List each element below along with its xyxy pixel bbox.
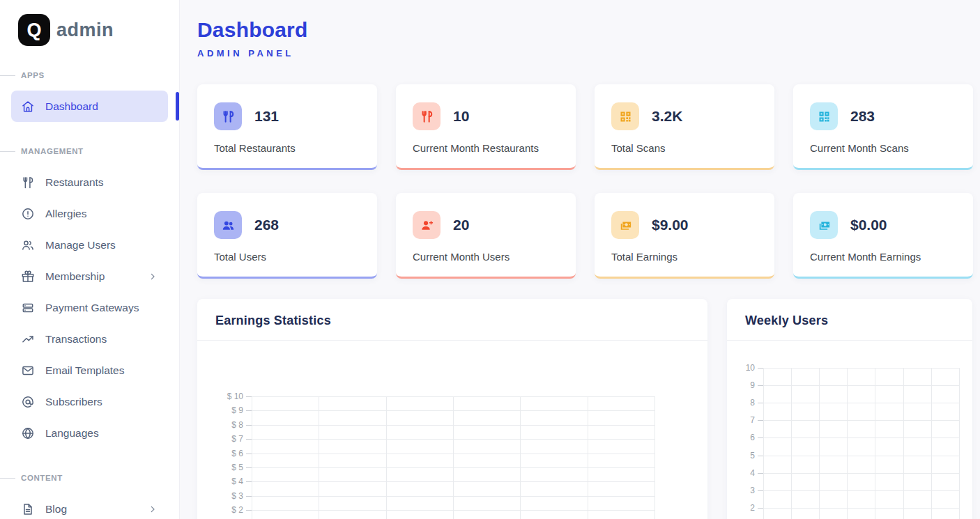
restaurant-icon: [21, 176, 35, 189]
y-axis-tick-mark: [758, 490, 763, 491]
qr-code-icon: [611, 102, 639, 130]
sidebar-item-dashboard[interactable]: Dashboard: [11, 91, 168, 122]
y-axis-tick-mark: [758, 368, 763, 369]
y-axis-tick-mark: [758, 473, 763, 474]
charts-row: Earnings Statistics $ 10$ 9$ 8$ 7$ 6$ 5$…: [197, 299, 973, 519]
stat-value: 131: [254, 108, 279, 125]
y-axis-tick-mark: [758, 403, 763, 403]
app-logo[interactable]: Q admin: [0, 0, 179, 46]
y-axis-tick-mark: [758, 420, 763, 421]
v-gridline: [654, 396, 655, 519]
y-axis-tick-mark: [246, 481, 252, 482]
y-axis-tick-mark: [758, 508, 763, 509]
stat-card-total-earnings: $9.00 Total Earnings: [595, 193, 774, 279]
chart-plot-area: [252, 396, 654, 519]
v-gridline: [386, 396, 387, 519]
sidebar-item-allergies[interactable]: Allergies: [11, 198, 168, 229]
stat-label: Total Users: [214, 251, 360, 263]
v-gridline: [959, 368, 960, 519]
h-gridline: [763, 473, 959, 474]
y-axis-tick-label: $ 4: [214, 476, 243, 487]
v-gridline: [319, 396, 319, 519]
sidebar-item-languages[interactable]: Languages: [11, 417, 168, 449]
cash-icon: [810, 211, 838, 239]
chevron-right-icon: [147, 271, 158, 282]
y-axis-tick-mark: [246, 439, 252, 440]
stat-label: Total Restaurants: [214, 142, 360, 154]
y-axis-tick-label: 7: [744, 415, 755, 426]
alert-circle-icon: [21, 207, 35, 221]
sidebar-item-label: Blog: [45, 503, 67, 516]
sidebar-item-label: Restaurants: [45, 176, 104, 189]
stat-card-total-scans: 3.2K Total Scans: [595, 84, 774, 170]
user-plus-icon: [413, 211, 441, 239]
y-axis-tick-mark: [246, 396, 252, 397]
sidebar-item-membership[interactable]: Membership: [11, 261, 168, 292]
brand-logo-icon: Q: [18, 14, 50, 46]
stat-label: Current Month Users: [413, 251, 559, 263]
sidebar-item-payment-gateways[interactable]: Payment Gateways: [11, 292, 168, 323]
panel-title: Earnings Statistics: [215, 313, 689, 328]
qr-code-icon: [810, 102, 838, 130]
stat-card-total-users: 268 Total Users: [197, 193, 377, 279]
sidebar-item-email-templates[interactable]: Email Templates: [11, 355, 168, 386]
h-gridline: [763, 456, 959, 456]
stat-value: 10: [453, 108, 469, 125]
earnings-statistics-panel: Earnings Statistics $ 10$ 9$ 8$ 7$ 6$ 5$…: [197, 299, 707, 519]
y-axis-tick-label: 2: [744, 502, 755, 513]
v-gridline: [931, 368, 932, 519]
at-sign-icon: [21, 395, 35, 409]
v-gridline: [588, 396, 588, 519]
sidebar-item-label: Transactions: [45, 333, 107, 346]
stat-card-total-restaurants: 131 Total Restaurants: [197, 84, 377, 170]
stat-value: 3.2K: [652, 108, 682, 125]
section-label-content: CONTENT: [11, 474, 168, 482]
stat-label: Total Scans: [611, 142, 758, 154]
blog-icon: [21, 502, 35, 516]
earnings-chart: $ 10$ 9$ 8$ 7$ 6$ 5$ 4$ 3$ 2: [214, 396, 691, 519]
h-gridline: [763, 385, 959, 386]
cash-icon: [611, 211, 639, 239]
sidebar-item-label: Languages: [45, 427, 99, 440]
gift-icon: [21, 270, 35, 284]
y-axis-tick-label: $ 2: [214, 504, 243, 516]
brand-name: admin: [56, 20, 114, 41]
v-gridline: [791, 368, 792, 519]
section-label-apps: APPS: [11, 71, 168, 79]
y-axis-tick-label: 4: [744, 467, 755, 479]
v-gridline: [763, 368, 764, 519]
y-axis-tick-mark: [246, 454, 252, 454]
h-gridline: [763, 420, 959, 421]
stat-value: $9.00: [652, 217, 689, 233]
sidebar-item-blog[interactable]: Blog: [11, 493, 168, 519]
page-subtitle: ADMIN PANEL: [197, 48, 973, 59]
y-axis-tick-mark: [246, 425, 252, 426]
v-gridline: [252, 396, 252, 519]
y-axis-tick-label: 8: [744, 397, 755, 408]
y-axis-tick-label: $ 8: [214, 419, 243, 431]
y-axis-tick-label: $ 5: [214, 462, 243, 473]
y-axis-tick-mark: [758, 456, 763, 456]
sidebar-item-label: Payment Gateways: [45, 302, 139, 314]
sidebar-item-label: Email Templates: [45, 364, 124, 377]
sidebar-item-manage-users[interactable]: Manage Users: [11, 229, 168, 261]
sidebar-item-restaurants[interactable]: Restaurants: [11, 166, 168, 198]
page-title: Dashboard: [197, 18, 973, 42]
v-gridline: [520, 396, 521, 519]
sidebar-item-label: Manage Users: [45, 239, 116, 251]
sidebar-item-label: Membership: [45, 270, 105, 283]
y-axis-tick-mark: [246, 496, 252, 497]
stat-label: Current Month Restaurants: [413, 142, 559, 154]
stat-card-current-month-earnings: $0.00 Current Month Earnings: [793, 193, 973, 279]
stat-label: Total Earnings: [611, 251, 758, 263]
sidebar-item-subscribers[interactable]: Subscribers: [11, 386, 168, 417]
h-gridline: [763, 490, 959, 491]
sidebar-item-transactions[interactable]: Transactions: [11, 323, 168, 355]
stat-card-current-month-scans: 283 Current Month Scans: [793, 84, 973, 170]
chevron-right-icon: [147, 504, 158, 515]
h-gridline: [763, 368, 959, 369]
restaurant-icon: [214, 102, 242, 130]
y-axis-tick-label: 10: [744, 362, 755, 373]
users-icon: [214, 211, 242, 239]
panel-title: Weekly Users: [745, 313, 954, 328]
